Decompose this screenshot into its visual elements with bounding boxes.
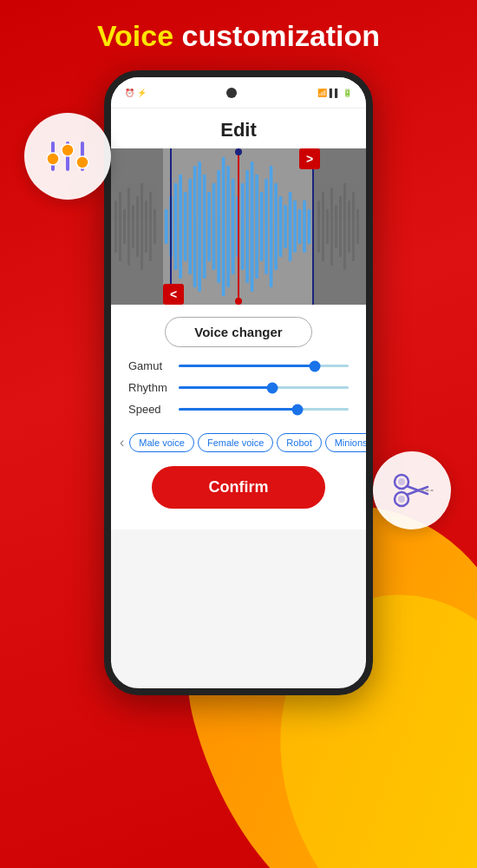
edit-title: Edit xyxy=(111,108,366,148)
slider-speed-thumb xyxy=(292,404,304,415)
slider-speed-track[interactable] xyxy=(179,408,349,411)
trim-handle-right[interactable]: > xyxy=(299,148,320,169)
slider-rhythm-fill xyxy=(179,386,272,389)
playhead-top xyxy=(235,148,242,155)
voice-changer-button[interactable]: Voice changer xyxy=(165,317,312,347)
status-left: ⏰ ⚡ xyxy=(125,89,147,97)
slider-gamut-thumb xyxy=(309,360,320,372)
svg-rect-36 xyxy=(179,174,182,279)
waveform-bg-right xyxy=(314,148,366,305)
svg-rect-16 xyxy=(127,187,130,266)
svg-rect-46 xyxy=(226,166,230,287)
svg-rect-26 xyxy=(330,187,333,266)
svg-rect-23 xyxy=(317,201,320,253)
svg-rect-20 xyxy=(145,201,147,253)
svg-rect-43 xyxy=(212,183,216,270)
waveform-area: < > xyxy=(111,148,366,305)
svg-rect-61 xyxy=(298,209,302,244)
svg-rect-52 xyxy=(255,174,258,279)
svg-rect-55 xyxy=(270,166,273,287)
svg-rect-39 xyxy=(193,166,197,287)
svg-rect-44 xyxy=(217,170,220,283)
slider-speed-label: Speed xyxy=(128,403,179,416)
svg-rect-24 xyxy=(322,192,324,261)
sliders-svg xyxy=(42,131,93,181)
svg-rect-45 xyxy=(222,157,225,296)
title-custom: customization xyxy=(173,19,380,52)
svg-rect-30 xyxy=(348,201,350,253)
svg-rect-22 xyxy=(154,209,156,244)
voice-pill-minions[interactable]: Minions xyxy=(325,433,366,452)
svg-rect-42 xyxy=(207,192,211,261)
float-sliders-icon xyxy=(24,113,111,200)
svg-rect-32 xyxy=(356,209,359,244)
svg-rect-57 xyxy=(279,196,283,257)
float-scissors-icon xyxy=(373,451,451,529)
svg-rect-25 xyxy=(326,209,329,244)
svg-rect-14 xyxy=(119,192,121,261)
camera-notch xyxy=(226,88,237,98)
playhead-line xyxy=(238,148,239,305)
slider-rhythm-track[interactable] xyxy=(179,386,349,389)
svg-rect-38 xyxy=(188,179,192,274)
svg-rect-58 xyxy=(284,205,287,248)
svg-rect-35 xyxy=(174,183,178,270)
slider-rhythm-row: Rhythm xyxy=(128,381,349,394)
svg-rect-21 xyxy=(149,192,152,261)
svg-rect-62 xyxy=(303,201,306,253)
svg-rect-59 xyxy=(289,192,292,261)
svg-rect-19 xyxy=(140,183,143,270)
slider-gamut-track[interactable] xyxy=(179,365,349,367)
svg-rect-17 xyxy=(132,205,134,248)
phone-content: Edit xyxy=(111,108,366,529)
trim-line-left xyxy=(170,148,172,305)
slider-gamut-fill xyxy=(179,365,315,367)
svg-rect-28 xyxy=(339,196,342,257)
svg-rect-54 xyxy=(265,179,268,274)
waveform-bg-left xyxy=(111,148,163,305)
sliders-section: Gamut Rhythm Speed xyxy=(111,354,366,430)
trim-handle-left[interactable]: < xyxy=(163,284,184,305)
voice-pill-female[interactable]: Female voice xyxy=(198,433,273,452)
voice-types-row: ‹ Male voice Female voice Robot Minions … xyxy=(111,430,366,456)
status-bar: ⏰ ⚡ 📶 ▌▌ 🔋 xyxy=(111,77,366,108)
trim-line-right xyxy=(312,148,314,305)
svg-rect-60 xyxy=(293,201,297,253)
slider-rhythm-label: Rhythm xyxy=(128,381,179,394)
voice-prev-arrow[interactable]: ‹ xyxy=(118,435,126,450)
svg-rect-47 xyxy=(232,179,235,274)
svg-rect-51 xyxy=(251,161,254,292)
voice-pill-robot[interactable]: Robot xyxy=(277,433,321,452)
svg-rect-27 xyxy=(335,205,337,248)
svg-rect-15 xyxy=(123,209,126,244)
slider-speed-fill xyxy=(179,408,297,411)
svg-rect-18 xyxy=(136,196,139,257)
svg-rect-56 xyxy=(274,183,278,270)
svg-rect-31 xyxy=(352,192,355,261)
svg-point-9 xyxy=(398,478,405,485)
title-voice: Voice xyxy=(97,19,173,52)
svg-rect-53 xyxy=(260,192,264,261)
svg-rect-40 xyxy=(198,161,201,292)
slider-gamut-row: Gamut xyxy=(128,359,349,372)
svg-point-7 xyxy=(398,496,405,503)
svg-rect-63 xyxy=(308,209,311,244)
voice-pill-male[interactable]: Male voice xyxy=(129,433,194,452)
slider-gamut-label: Gamut xyxy=(128,359,179,372)
scissors-svg xyxy=(389,468,435,513)
svg-rect-37 xyxy=(184,192,187,261)
phone-frame: ⏰ ⚡ 📶 ▌▌ 🔋 Edit xyxy=(104,70,373,695)
svg-rect-33 xyxy=(165,209,168,244)
svg-rect-41 xyxy=(203,174,206,279)
svg-point-1 xyxy=(47,153,59,165)
svg-rect-13 xyxy=(114,201,117,253)
status-right: 📶 ▌▌ 🔋 xyxy=(317,89,352,97)
playhead-bottom xyxy=(235,298,242,305)
confirm-button[interactable]: Confirm xyxy=(152,466,325,509)
title-bar: Voice customization xyxy=(0,0,477,62)
svg-point-5 xyxy=(76,156,88,168)
slider-rhythm-thumb xyxy=(266,382,278,393)
svg-rect-29 xyxy=(343,183,346,270)
svg-point-3 xyxy=(62,144,74,156)
slider-speed-row: Speed xyxy=(128,403,349,416)
